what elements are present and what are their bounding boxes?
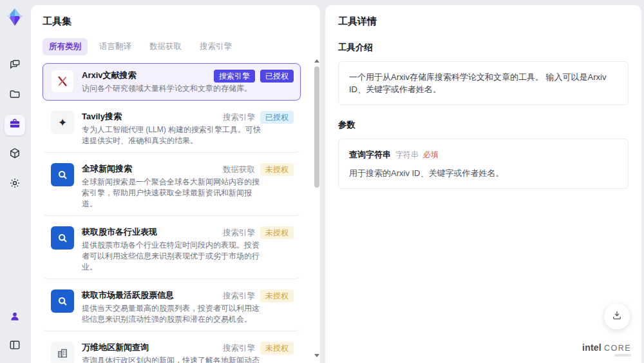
left-rail — [0, 0, 30, 363]
tab-search-engine[interactable]: 搜索引擎 — [193, 38, 238, 55]
brand-intel-text: intel — [582, 342, 601, 353]
scroll-up-arrow[interactable] — [314, 59, 319, 63]
param-type: 字符串 — [395, 149, 419, 161]
tool-card-arxiv[interactable]: Arxiv文献搜索 访问各个研究领域大量科学论文和文章的存储库。 搜索引擎 已授… — [43, 63, 301, 101]
rail-item-settings[interactable] — [5, 174, 25, 195]
params-heading: 参数 — [338, 119, 629, 131]
category-label: 搜索引擎 — [223, 112, 255, 123]
param-required-badge: 必填 — [423, 149, 439, 161]
auth-badge: 已授权 — [260, 111, 294, 124]
star-icon: ✦ — [51, 111, 74, 134]
download-icon — [611, 309, 623, 324]
auth-badge: 已授权 — [260, 70, 294, 83]
auth-badge: 未授权 — [260, 289, 294, 302]
cube-icon — [8, 147, 21, 162]
rail-item-chat[interactable] — [5, 55, 25, 76]
scrollbar-thumb[interactable] — [314, 66, 319, 188]
intro-text: 一个用于从Arxiv存储库搜索科学论文和文章的工具。 输入可以是Arxiv ID… — [349, 72, 606, 94]
rail-item-cube[interactable] — [5, 144, 25, 165]
details-title: 工具详情 — [338, 15, 629, 28]
tool-description: 提供股票市场各个行业在特定时间段内的表现。投资者可以利用这些信息来识别表现优于或… — [82, 240, 263, 273]
rail-item-folder[interactable] — [5, 85, 25, 106]
download-button[interactable] — [604, 304, 630, 329]
app-root: 工具集 所有类别 语言翻译 数据获取 搜索引擎 Arxiv文献搜索 访问各个研究… — [0, 0, 644, 363]
tool-description: 专为人工智能代理 (LLM) 构建的搜索引擎工具。可快速提供实时、准确和真实的结… — [82, 124, 263, 146]
tools-panel-title: 工具集 — [43, 15, 310, 28]
category-label: 数据获取 — [223, 164, 255, 175]
param-description: 用于搜索的Arxiv ID、关键字或作者姓名。 — [349, 167, 618, 179]
gear-icon — [8, 177, 21, 192]
param-card: 查询字符串 字符串 必填 用于搜索的Arxiv ID、关键字或作者姓名。 — [338, 139, 629, 189]
intel-core-logo: intel core — [582, 342, 631, 353]
building-icon — [51, 342, 74, 363]
tool-description: 查询具体行政区划内的新闻，快速了解各地新闻动态 — [82, 355, 263, 363]
tool-card-global-news[interactable]: 全球新闻搜索 全球新闻搜索是一个聚合全球各大新闻网站内容的搜索引擎，帮助用户快速… — [43, 157, 301, 216]
tool-card-active-stocks[interactable]: 获取市场最活跃股票信息 提供当天交易量最高的股票列表，投资者可以利用这些信息来识… — [43, 283, 301, 331]
tool-card-regional-news[interactable]: 万维地区新闻查询 查询具体行政区划内的新闻，快速了解各地新闻动态 搜索引擎 未授… — [43, 335, 301, 363]
tool-description: 提供当天交易量最高的股票列表，投资者可以利用这些信息来识别流动性强的股票和潜在的… — [82, 303, 263, 325]
tool-description: 全球新闻搜索是一个聚合全球各大新闻网站内容的搜索引擎，帮助用户快速获取全球最新资… — [82, 177, 263, 210]
panel-toggle-icon — [8, 338, 21, 354]
tab-all-categories[interactable]: 所有类别 — [43, 38, 88, 55]
search-icon — [51, 163, 74, 186]
user-icon — [8, 310, 21, 326]
scroll-down-arrow[interactable] — [314, 354, 319, 357]
arxiv-logo-icon — [51, 70, 74, 93]
category-label: 搜索引擎 — [223, 343, 255, 354]
rail-item-panel-toggle[interactable] — [5, 336, 25, 357]
tool-card-sector-performance[interactable]: 获取股市各行业表现 提供股票市场各个行业在特定时间段内的表现。投资者可以利用这些… — [43, 220, 301, 279]
tool-description: 访问各个研究领域大量科学论文和文章的存储库。 — [82, 83, 263, 94]
list-scrollbar — [314, 59, 320, 361]
category-label: 搜索引擎 — [223, 291, 255, 302]
tab-language-translation[interactable]: 语言翻译 — [93, 38, 138, 55]
toolbox-icon — [8, 117, 21, 133]
category-badge: 搜索引擎 — [214, 70, 255, 83]
search-icon — [51, 226, 74, 250]
intro-heading: 工具介绍 — [338, 42, 629, 54]
tool-card-tavily[interactable]: ✦ Tavily搜索 专为人工智能代理 (LLM) 构建的搜索引擎工具。可快速提… — [43, 104, 301, 153]
auth-badge: 未授权 — [260, 342, 294, 355]
tab-data-fetch[interactable]: 数据获取 — [143, 38, 188, 55]
tool-list: Arxiv文献搜索 访问各个研究领域大量科学论文和文章的存储库。 搜索引擎 已授… — [43, 63, 310, 363]
auth-badge: 未授权 — [260, 226, 294, 239]
param-name: 查询字符串 — [349, 148, 391, 161]
category-label: 搜索引擎 — [223, 228, 255, 239]
chat-icon — [8, 58, 21, 74]
auth-badge: 未授权 — [260, 163, 294, 176]
tool-details-panel: 工具详情 工具介绍 一个用于从Arxiv存储库搜索科学论文和文章的工具。 输入可… — [325, 5, 641, 363]
rail-item-toolbox[interactable] — [5, 115, 25, 135]
folder-icon — [8, 88, 21, 103]
rail-item-user[interactable] — [5, 308, 25, 328]
app-logo-icon — [4, 6, 26, 28]
search-icon — [51, 289, 74, 313]
brand-core-text: core — [604, 344, 631, 353]
tools-panel: 工具集 所有类别 语言翻译 数据获取 搜索引擎 Arxiv文献搜索 访问各个研究… — [31, 5, 320, 363]
brand-sub-mark — [614, 354, 631, 357]
category-tabs: 所有类别 语言翻译 数据获取 搜索引擎 — [43, 38, 310, 55]
intro-card: 一个用于从Arxiv存储库搜索科学论文和文章的工具。 输入可以是Arxiv ID… — [338, 61, 629, 105]
